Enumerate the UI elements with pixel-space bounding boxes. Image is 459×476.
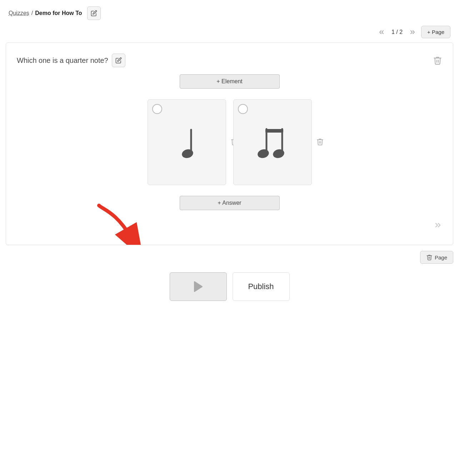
play-button[interactable] bbox=[170, 272, 227, 301]
double-chevron-left-icon bbox=[378, 29, 385, 36]
eighth-notes-icon bbox=[255, 123, 290, 162]
fast-forward-button[interactable] bbox=[434, 221, 442, 230]
next-next-button[interactable] bbox=[408, 27, 418, 37]
add-answer-button[interactable]: + Answer bbox=[180, 196, 280, 210]
svg-rect-2 bbox=[265, 129, 283, 133]
answers-area bbox=[17, 99, 442, 185]
pencil-icon bbox=[91, 10, 97, 16]
bottom-action-bar: Page bbox=[6, 251, 453, 264]
answer-radio-1[interactable] bbox=[152, 104, 162, 114]
question-text: Which one is a quarter note? bbox=[17, 56, 108, 65]
trash-icon bbox=[433, 56, 442, 65]
delete-page-button[interactable]: Page bbox=[420, 251, 453, 264]
answer-radio-2[interactable] bbox=[238, 104, 248, 114]
answer-card-1[interactable] bbox=[148, 99, 226, 185]
play-publish-row: Publish bbox=[0, 272, 459, 315]
question-card: Which one is a quarter note? + Element bbox=[6, 43, 453, 245]
delete-page-label: Page bbox=[435, 254, 447, 261]
red-arrow-icon bbox=[95, 202, 142, 245]
question-row: Which one is a quarter note? bbox=[17, 54, 442, 67]
prev-prev-button[interactable] bbox=[376, 27, 386, 37]
pagination-bar: 1 / 2 + Page bbox=[0, 24, 459, 43]
delete-question-button[interactable] bbox=[433, 56, 442, 65]
pencil-icon bbox=[115, 57, 122, 64]
answer-card-2[interactable] bbox=[233, 99, 312, 185]
double-chevron-right-icon bbox=[434, 221, 442, 229]
double-chevron-right-icon bbox=[409, 29, 416, 36]
edit-question-button[interactable] bbox=[112, 54, 125, 67]
trash-icon bbox=[426, 254, 433, 261]
svg-point-1 bbox=[181, 148, 194, 159]
play-icon bbox=[192, 280, 205, 293]
quarter-note-icon bbox=[173, 123, 201, 162]
svg-point-6 bbox=[272, 148, 285, 159]
breadcrumb-quizzes-link[interactable]: Quizzes bbox=[9, 10, 29, 16]
edit-title-button[interactable] bbox=[87, 6, 101, 20]
add-page-button[interactable]: + Page bbox=[421, 26, 450, 38]
publish-button[interactable]: Publish bbox=[233, 272, 290, 301]
page-indicator: 1 / 2 bbox=[390, 29, 404, 35]
add-element-button[interactable]: + Element bbox=[180, 74, 280, 89]
svg-marker-8 bbox=[194, 282, 202, 292]
question-text-area: Which one is a quarter note? bbox=[17, 54, 125, 67]
breadcrumb: Quizzes / Demo for How To bbox=[0, 0, 459, 24]
breadcrumb-separator: / bbox=[31, 10, 33, 16]
card-bottom-nav bbox=[17, 221, 442, 230]
trash-icon bbox=[316, 138, 324, 146]
breadcrumb-title: Demo for How To bbox=[35, 10, 82, 16]
delete-answer-2-button[interactable] bbox=[316, 138, 324, 147]
svg-point-5 bbox=[256, 148, 270, 159]
